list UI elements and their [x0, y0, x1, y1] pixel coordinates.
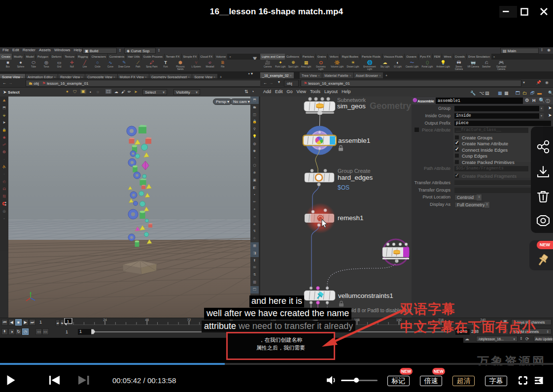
svg-text:vellumconstraints1: vellumconstraints1	[338, 292, 393, 299]
svg-text:24: 24	[103, 318, 107, 322]
svg-text:192: 192	[396, 318, 402, 322]
svg-text:sim_geos: sim_geos	[337, 102, 366, 110]
svg-text:240: 240	[481, 318, 486, 322]
svg-text:1: 1	[67, 319, 69, 324]
svg-text:48: 48	[145, 318, 149, 322]
svg-text:remesh1: remesh1	[338, 214, 364, 222]
svg-text:assemble1: assemble1	[338, 137, 370, 144]
svg-text:168: 168	[354, 318, 360, 322]
svg-text:Group Create: Group Create	[338, 168, 371, 174]
svg-text:Hold 8 or Pad8 to disable drop: Hold 8 or Pad8 to disable drop	[346, 308, 412, 313]
svg-text:72: 72	[187, 318, 191, 322]
svg-text:144: 144	[312, 318, 318, 322]
svg-text:96: 96	[229, 318, 233, 322]
svg-text:Geometry: Geometry	[370, 101, 411, 111]
svg-text:120: 120	[270, 318, 276, 322]
svg-text:hard_edges: hard_edges	[338, 174, 373, 181]
svg-text:$OS: $OS	[338, 184, 349, 191]
svg-text:⋮: ⋮	[317, 176, 321, 180]
svg-text:216: 216	[438, 318, 444, 322]
